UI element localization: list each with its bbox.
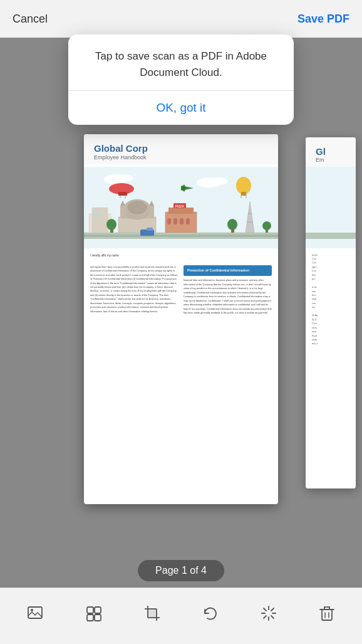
doc-left-text: and agree that I have a responsibility t… <box>90 265 178 314</box>
svg-rect-51 <box>98 216 100 218</box>
section-heading: Protection of Confidential Information <box>184 265 272 277</box>
delete-button[interactable] <box>311 596 343 630</box>
svg-rect-48 <box>94 211 96 213</box>
filter-icon <box>85 604 103 623</box>
side-text: techuConConagreCondiviproin acneethrosha… <box>306 248 356 351</box>
svg-point-39 <box>106 219 116 230</box>
doc-left-col: and agree that I have a responsibility t… <box>90 265 178 315</box>
svg-rect-32 <box>186 218 190 224</box>
doc-right-text: financial data and information; business… <box>184 278 272 315</box>
save-tooltip: Tap to save scan as a PDF in Adobe Docum… <box>68 34 294 125</box>
side-city-illustration <box>306 167 356 248</box>
svg-point-4 <box>209 177 228 185</box>
svg-rect-58 <box>87 615 93 621</box>
side-page-title: Gl <box>316 146 356 157</box>
crop-icon <box>143 604 162 623</box>
document-page-main[interactable]: Global Corp Employee Handbook <box>84 134 278 504</box>
cancel-button[interactable]: Cancel <box>13 13 48 26</box>
document-page-side: Gl Em techuConConagreCondiviproin acneet… <box>306 137 356 488</box>
doc-title: Global Corp <box>94 143 268 154</box>
crop-button[interactable] <box>137 596 168 630</box>
svg-rect-25 <box>149 206 154 218</box>
side-page-subtitle: Em <box>316 157 356 163</box>
doc-body: I hereby affix my name and agree that I … <box>84 248 278 320</box>
tooltip-message: Tap to save scan as a PDF in Adobe Docum… <box>68 34 294 90</box>
enhance-button[interactable] <box>253 596 284 630</box>
svg-point-41 <box>227 219 237 230</box>
svg-point-12 <box>236 177 251 194</box>
filter-button[interactable] <box>78 596 110 630</box>
city-svg: PIZZA <box>84 167 278 248</box>
bottom-toolbar <box>0 588 362 644</box>
doc-right-col: Protection of Confidential Information f… <box>184 265 272 315</box>
side-page-inner: Gl Em techuConConagreCondiviproin acneet… <box>306 137 356 488</box>
enhance-icon <box>259 604 278 623</box>
svg-rect-6 <box>118 192 127 196</box>
svg-rect-73 <box>322 610 332 620</box>
gallery-button[interactable] <box>20 596 51 630</box>
svg-point-2 <box>116 174 133 182</box>
svg-rect-57 <box>95 607 101 613</box>
svg-line-70 <box>271 616 274 618</box>
svg-rect-59 <box>95 615 101 621</box>
page-indicator-text: Page 1 of 4 <box>155 565 207 576</box>
delete-icon <box>318 604 336 623</box>
gallery-icon <box>26 604 45 623</box>
svg-rect-49 <box>98 211 100 213</box>
rotate-icon <box>201 604 220 623</box>
svg-rect-64 <box>148 609 157 618</box>
svg-text:PIZZA: PIZZA <box>175 204 185 208</box>
svg-rect-31 <box>180 218 184 224</box>
page-indicator: Page 1 of 4 <box>138 560 224 581</box>
svg-point-55 <box>31 609 33 611</box>
svg-line-72 <box>264 616 266 618</box>
svg-rect-54 <box>28 607 42 618</box>
side-page-header: Gl Em <box>306 137 356 167</box>
svg-rect-47 <box>147 228 153 231</box>
svg-rect-13 <box>241 192 246 196</box>
svg-point-22 <box>128 201 147 214</box>
svg-rect-28 <box>168 208 194 214</box>
svg-line-69 <box>264 608 266 611</box>
top-bar: Cancel Save PDF <box>0 0 362 38</box>
svg-point-43 <box>262 221 271 230</box>
svg-line-71 <box>271 608 274 611</box>
doc-subtitle: Employee Handbook <box>94 154 268 161</box>
tooltip-ok-button[interactable]: OK, got it <box>68 91 294 125</box>
city-illustration: PIZZA <box>84 167 278 248</box>
doc-header: Global Corp Employee Handbook <box>84 134 278 164</box>
rotate-button[interactable] <box>195 596 226 630</box>
svg-rect-53 <box>306 233 356 239</box>
save-pdf-button[interactable]: Save PDF <box>297 13 349 26</box>
svg-rect-23 <box>120 206 125 218</box>
doc-sign-line: I hereby affix my name <box>90 253 272 258</box>
svg-rect-50 <box>94 216 96 218</box>
svg-rect-29 <box>167 218 171 224</box>
svg-rect-56 <box>87 607 93 613</box>
svg-rect-45 <box>84 235 278 237</box>
svg-rect-30 <box>173 218 177 224</box>
